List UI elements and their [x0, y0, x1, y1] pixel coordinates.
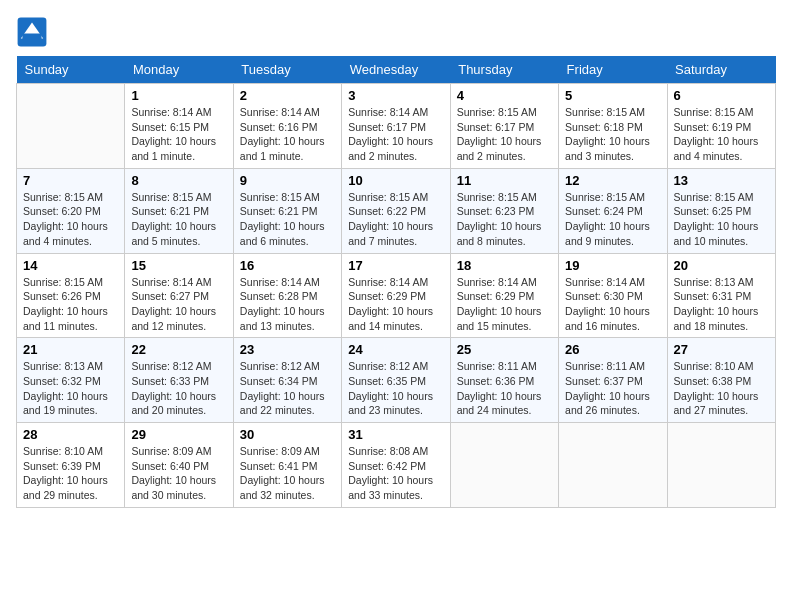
- day-info: Sunrise: 8:15 AMSunset: 6:26 PMDaylight:…: [23, 275, 118, 334]
- empty-cell: [667, 423, 775, 508]
- day-number: 3: [348, 88, 443, 103]
- day-number: 5: [565, 88, 660, 103]
- day-info: Sunrise: 8:15 AMSunset: 6:20 PMDaylight:…: [23, 190, 118, 249]
- day-number: 18: [457, 258, 552, 273]
- day-cell-20: 20Sunrise: 8:13 AMSunset: 6:31 PMDayligh…: [667, 253, 775, 338]
- day-cell-30: 30Sunrise: 8:09 AMSunset: 6:41 PMDayligh…: [233, 423, 341, 508]
- empty-cell: [559, 423, 667, 508]
- day-info: Sunrise: 8:15 AMSunset: 6:18 PMDaylight:…: [565, 105, 660, 164]
- day-cell-24: 24Sunrise: 8:12 AMSunset: 6:35 PMDayligh…: [342, 338, 450, 423]
- empty-cell: [17, 84, 125, 169]
- day-info: Sunrise: 8:15 AMSunset: 6:25 PMDaylight:…: [674, 190, 769, 249]
- day-number: 21: [23, 342, 118, 357]
- day-number: 1: [131, 88, 226, 103]
- day-number: 10: [348, 173, 443, 188]
- day-number: 19: [565, 258, 660, 273]
- day-number: 8: [131, 173, 226, 188]
- day-cell-25: 25Sunrise: 8:11 AMSunset: 6:36 PMDayligh…: [450, 338, 558, 423]
- day-cell-17: 17Sunrise: 8:14 AMSunset: 6:29 PMDayligh…: [342, 253, 450, 338]
- logo-icon: [16, 16, 48, 48]
- day-info: Sunrise: 8:15 AMSunset: 6:17 PMDaylight:…: [457, 105, 552, 164]
- day-number: 11: [457, 173, 552, 188]
- col-header-saturday: Saturday: [667, 56, 775, 84]
- day-cell-23: 23Sunrise: 8:12 AMSunset: 6:34 PMDayligh…: [233, 338, 341, 423]
- day-info: Sunrise: 8:15 AMSunset: 6:19 PMDaylight:…: [674, 105, 769, 164]
- col-header-monday: Monday: [125, 56, 233, 84]
- day-cell-1: 1Sunrise: 8:14 AMSunset: 6:15 PMDaylight…: [125, 84, 233, 169]
- day-cell-29: 29Sunrise: 8:09 AMSunset: 6:40 PMDayligh…: [125, 423, 233, 508]
- day-cell-10: 10Sunrise: 8:15 AMSunset: 6:22 PMDayligh…: [342, 168, 450, 253]
- week-row-4: 21Sunrise: 8:13 AMSunset: 6:32 PMDayligh…: [17, 338, 776, 423]
- day-cell-13: 13Sunrise: 8:15 AMSunset: 6:25 PMDayligh…: [667, 168, 775, 253]
- day-number: 22: [131, 342, 226, 357]
- day-info: Sunrise: 8:15 AMSunset: 6:21 PMDaylight:…: [240, 190, 335, 249]
- day-info: Sunrise: 8:15 AMSunset: 6:23 PMDaylight:…: [457, 190, 552, 249]
- day-number: 9: [240, 173, 335, 188]
- day-cell-4: 4Sunrise: 8:15 AMSunset: 6:17 PMDaylight…: [450, 84, 558, 169]
- day-info: Sunrise: 8:14 AMSunset: 6:15 PMDaylight:…: [131, 105, 226, 164]
- day-number: 23: [240, 342, 335, 357]
- day-cell-5: 5Sunrise: 8:15 AMSunset: 6:18 PMDaylight…: [559, 84, 667, 169]
- day-number: 4: [457, 88, 552, 103]
- day-cell-26: 26Sunrise: 8:11 AMSunset: 6:37 PMDayligh…: [559, 338, 667, 423]
- day-cell-3: 3Sunrise: 8:14 AMSunset: 6:17 PMDaylight…: [342, 84, 450, 169]
- day-cell-18: 18Sunrise: 8:14 AMSunset: 6:29 PMDayligh…: [450, 253, 558, 338]
- day-number: 16: [240, 258, 335, 273]
- day-info: Sunrise: 8:09 AMSunset: 6:40 PMDaylight:…: [131, 444, 226, 503]
- day-info: Sunrise: 8:14 AMSunset: 6:29 PMDaylight:…: [457, 275, 552, 334]
- day-info: Sunrise: 8:15 AMSunset: 6:22 PMDaylight:…: [348, 190, 443, 249]
- col-header-friday: Friday: [559, 56, 667, 84]
- logo: [16, 16, 52, 48]
- day-cell-21: 21Sunrise: 8:13 AMSunset: 6:32 PMDayligh…: [17, 338, 125, 423]
- day-number: 2: [240, 88, 335, 103]
- day-number: 28: [23, 427, 118, 442]
- day-info: Sunrise: 8:11 AMSunset: 6:37 PMDaylight:…: [565, 359, 660, 418]
- calendar-table: SundayMondayTuesdayWednesdayThursdayFrid…: [16, 56, 776, 508]
- header-row: SundayMondayTuesdayWednesdayThursdayFrid…: [17, 56, 776, 84]
- day-info: Sunrise: 8:15 AMSunset: 6:21 PMDaylight:…: [131, 190, 226, 249]
- day-number: 25: [457, 342, 552, 357]
- day-cell-19: 19Sunrise: 8:14 AMSunset: 6:30 PMDayligh…: [559, 253, 667, 338]
- svg-rect-2: [22, 34, 41, 40]
- day-cell-15: 15Sunrise: 8:14 AMSunset: 6:27 PMDayligh…: [125, 253, 233, 338]
- day-info: Sunrise: 8:14 AMSunset: 6:29 PMDaylight:…: [348, 275, 443, 334]
- day-info: Sunrise: 8:15 AMSunset: 6:24 PMDaylight:…: [565, 190, 660, 249]
- day-info: Sunrise: 8:12 AMSunset: 6:33 PMDaylight:…: [131, 359, 226, 418]
- col-header-tuesday: Tuesday: [233, 56, 341, 84]
- page-header: [16, 16, 776, 48]
- day-info: Sunrise: 8:14 AMSunset: 6:30 PMDaylight:…: [565, 275, 660, 334]
- week-row-2: 7Sunrise: 8:15 AMSunset: 6:20 PMDaylight…: [17, 168, 776, 253]
- day-cell-6: 6Sunrise: 8:15 AMSunset: 6:19 PMDaylight…: [667, 84, 775, 169]
- day-info: Sunrise: 8:13 AMSunset: 6:31 PMDaylight:…: [674, 275, 769, 334]
- week-row-5: 28Sunrise: 8:10 AMSunset: 6:39 PMDayligh…: [17, 423, 776, 508]
- day-info: Sunrise: 8:12 AMSunset: 6:35 PMDaylight:…: [348, 359, 443, 418]
- day-info: Sunrise: 8:14 AMSunset: 6:17 PMDaylight:…: [348, 105, 443, 164]
- week-row-3: 14Sunrise: 8:15 AMSunset: 6:26 PMDayligh…: [17, 253, 776, 338]
- day-info: Sunrise: 8:09 AMSunset: 6:41 PMDaylight:…: [240, 444, 335, 503]
- day-info: Sunrise: 8:10 AMSunset: 6:39 PMDaylight:…: [23, 444, 118, 503]
- day-number: 6: [674, 88, 769, 103]
- col-header-sunday: Sunday: [17, 56, 125, 84]
- day-info: Sunrise: 8:13 AMSunset: 6:32 PMDaylight:…: [23, 359, 118, 418]
- day-number: 14: [23, 258, 118, 273]
- day-cell-27: 27Sunrise: 8:10 AMSunset: 6:38 PMDayligh…: [667, 338, 775, 423]
- day-cell-16: 16Sunrise: 8:14 AMSunset: 6:28 PMDayligh…: [233, 253, 341, 338]
- day-number: 26: [565, 342, 660, 357]
- day-number: 29: [131, 427, 226, 442]
- day-cell-11: 11Sunrise: 8:15 AMSunset: 6:23 PMDayligh…: [450, 168, 558, 253]
- day-cell-28: 28Sunrise: 8:10 AMSunset: 6:39 PMDayligh…: [17, 423, 125, 508]
- day-cell-2: 2Sunrise: 8:14 AMSunset: 6:16 PMDaylight…: [233, 84, 341, 169]
- day-number: 30: [240, 427, 335, 442]
- day-cell-31: 31Sunrise: 8:08 AMSunset: 6:42 PMDayligh…: [342, 423, 450, 508]
- week-row-1: 1Sunrise: 8:14 AMSunset: 6:15 PMDaylight…: [17, 84, 776, 169]
- col-header-thursday: Thursday: [450, 56, 558, 84]
- day-info: Sunrise: 8:14 AMSunset: 6:27 PMDaylight:…: [131, 275, 226, 334]
- day-info: Sunrise: 8:10 AMSunset: 6:38 PMDaylight:…: [674, 359, 769, 418]
- day-info: Sunrise: 8:14 AMSunset: 6:16 PMDaylight:…: [240, 105, 335, 164]
- day-number: 31: [348, 427, 443, 442]
- day-info: Sunrise: 8:11 AMSunset: 6:36 PMDaylight:…: [457, 359, 552, 418]
- day-number: 20: [674, 258, 769, 273]
- day-number: 7: [23, 173, 118, 188]
- day-number: 24: [348, 342, 443, 357]
- day-cell-14: 14Sunrise: 8:15 AMSunset: 6:26 PMDayligh…: [17, 253, 125, 338]
